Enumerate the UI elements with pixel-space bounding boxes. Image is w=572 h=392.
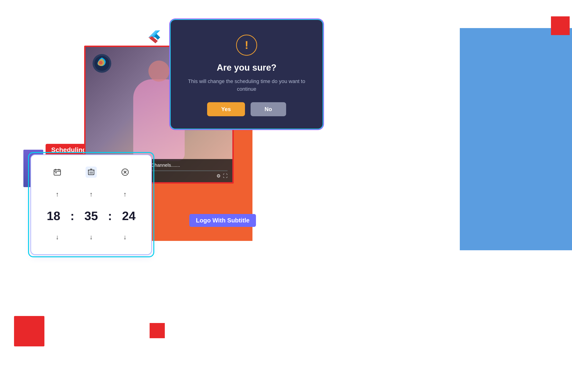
- person-head: [148, 61, 170, 82]
- calendar-icon[interactable]: [52, 166, 63, 178]
- close-circle-icon[interactable]: [119, 166, 131, 178]
- hours-down-arrow[interactable]: ↓: [52, 231, 63, 243]
- yes-button[interactable]: Yes: [207, 102, 245, 116]
- down-arrows-row: ↓ ↓ ↓: [40, 231, 142, 243]
- trash-icon[interactable]: [86, 166, 97, 178]
- flutter-icon: [145, 23, 166, 44]
- video-settings-icon[interactable]: ⚙: [216, 173, 221, 179]
- time-picker-card: ↑ ↑ ↑ 18 : 35 : 24 ↓ ↓ ↓: [30, 154, 152, 255]
- alert-buttons: Yes No: [185, 102, 308, 116]
- alert-body: This will change the scheduling time do …: [185, 77, 308, 93]
- seconds-down-arrow[interactable]: ↓: [119, 231, 131, 243]
- alert-exclamation-icon: !: [245, 40, 249, 51]
- red-deco-bottom-left: [14, 316, 44, 346]
- minutes-display: 35: [82, 209, 100, 223]
- red-deco-bottom-mid: [150, 323, 165, 338]
- video-fullscreen-icon[interactable]: ⛶: [223, 173, 228, 179]
- video-ctrl-icons: ⚙ ⛶: [216, 173, 228, 179]
- bg-blue-rect: [460, 28, 572, 250]
- no-button[interactable]: No: [251, 102, 286, 116]
- seconds-display: 24: [119, 209, 138, 223]
- seconds-up-arrow[interactable]: ↑: [119, 189, 131, 200]
- hours-up-arrow[interactable]: ↑: [52, 189, 63, 200]
- media-logo-circle: [93, 54, 111, 73]
- up-arrows-row: ↑ ↑ ↑: [40, 189, 142, 200]
- logo-subtitle-badge: Logo With Subtitle: [189, 214, 256, 227]
- colon-2: :: [108, 209, 112, 223]
- time-icons-row: [40, 166, 142, 178]
- alert-icon-circle: !: [236, 35, 257, 56]
- svg-rect-6: [54, 170, 61, 175]
- minutes-up-arrow[interactable]: ↑: [86, 189, 97, 200]
- red-deco-top-right: [551, 16, 570, 35]
- alert-title: Are you sure?: [185, 63, 308, 73]
- svg-rect-10: [55, 172, 57, 173]
- time-display-row: 18 : 35 : 24: [40, 209, 142, 223]
- colon-1: :: [70, 209, 74, 223]
- hours-display: 18: [44, 209, 63, 223]
- svg-point-21: [99, 61, 103, 65]
- minutes-down-arrow[interactable]: ↓: [86, 231, 97, 243]
- media-logo: [93, 54, 111, 73]
- alert-dialog: ! Are you sure? This will change the sch…: [171, 20, 323, 129]
